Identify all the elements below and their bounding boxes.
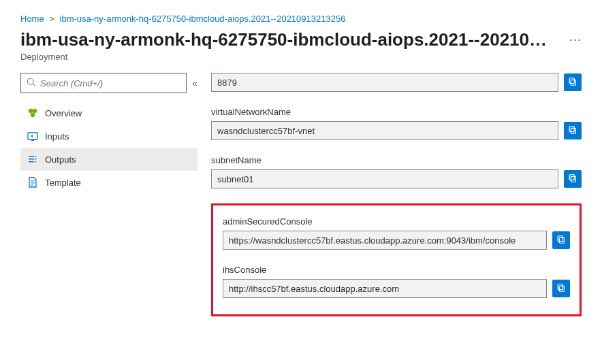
output-label: adminSecuredConsole: [223, 216, 570, 227]
more-icon[interactable]: ···: [569, 33, 582, 47]
output-value[interactable]: [223, 231, 547, 250]
copy-icon: [568, 77, 577, 88]
svg-rect-5: [569, 78, 574, 83]
output-group: virtualNetworkName: [211, 107, 582, 140]
sidebar-item-label: Template: [45, 178, 81, 188]
svg-rect-4: [571, 80, 575, 85]
copy-button[interactable]: [564, 170, 582, 188]
svg-point-2: [31, 113, 35, 117]
copy-button[interactable]: [552, 280, 570, 297]
search-icon: [27, 78, 40, 89]
output-group: ihsConsole: [223, 265, 570, 298]
output-label: subnetName: [211, 155, 582, 165]
svg-rect-10: [559, 237, 564, 243]
output-group: subnetName: [211, 155, 582, 188]
output-label: virtualNetworkName: [211, 107, 582, 117]
output-value[interactable]: [223, 279, 547, 298]
svg-rect-9: [569, 174, 574, 180]
svg-rect-12: [559, 286, 564, 291]
svg-rect-8: [571, 176, 575, 182]
outputs-icon: [27, 154, 38, 165]
sidebar-item-outputs[interactable]: Outputs: [20, 148, 197, 171]
search-box[interactable]: [20, 73, 187, 93]
svg-point-0: [29, 109, 33, 113]
svg-rect-11: [558, 235, 563, 241]
sidebar-item-label: Overview: [45, 108, 82, 118]
breadcrumb: Home > ibm-usa-ny-armonk-hq-6275750-ibmc…: [20, 14, 582, 24]
output-group: [211, 73, 582, 92]
sidebar-menu: Overview Inputs Outputs Template: [20, 101, 197, 194]
sidebar: « Overview Inputs Outputs: [20, 73, 197, 316]
sidebar-item-overview[interactable]: Overview: [20, 101, 197, 125]
inputs-icon: [27, 131, 38, 142]
sidebar-item-template[interactable]: Template: [20, 171, 197, 194]
sidebar-item-label: Inputs: [45, 131, 69, 142]
copy-icon: [556, 235, 566, 246]
copy-icon: [568, 173, 577, 185]
svg-rect-6: [571, 128, 575, 133]
sidebar-item-inputs[interactable]: Inputs: [20, 125, 197, 148]
sidebar-item-label: Outputs: [45, 154, 76, 165]
output-label: ihsConsole: [223, 265, 570, 275]
breadcrumb-current[interactable]: ibm-usa-ny-armonk-hq-6275750-ibmcloud-ai…: [60, 14, 346, 24]
copy-icon: [568, 125, 577, 137]
breadcrumb-separator: >: [49, 14, 54, 24]
svg-rect-7: [569, 126, 574, 131]
output-group: adminSecuredConsole: [223, 216, 570, 250]
copy-button[interactable]: [564, 73, 582, 91]
collapse-sidebar-icon[interactable]: «: [192, 78, 197, 88]
output-value[interactable]: [211, 169, 558, 188]
svg-point-1: [33, 109, 37, 113]
breadcrumb-home[interactable]: Home: [20, 14, 44, 24]
copy-button[interactable]: [564, 122, 582, 139]
copy-icon: [556, 283, 566, 295]
highlight-box: adminSecuredConsole ihsConsole: [211, 203, 582, 316]
resource-type-label: Deployment: [20, 52, 582, 62]
template-icon: [27, 177, 38, 188]
output-value[interactable]: [211, 121, 558, 140]
output-value[interactable]: [211, 73, 558, 92]
search-input[interactable]: [40, 78, 180, 88]
overview-icon: [27, 107, 38, 118]
outputs-panel: virtualNetworkName subnetName adminSecur…: [211, 73, 582, 316]
page-title: ibm-usa-ny-armonk-hq-6275750-ibmcloud-ai…: [20, 29, 547, 50]
copy-button[interactable]: [552, 231, 570, 249]
svg-rect-13: [558, 284, 563, 289]
